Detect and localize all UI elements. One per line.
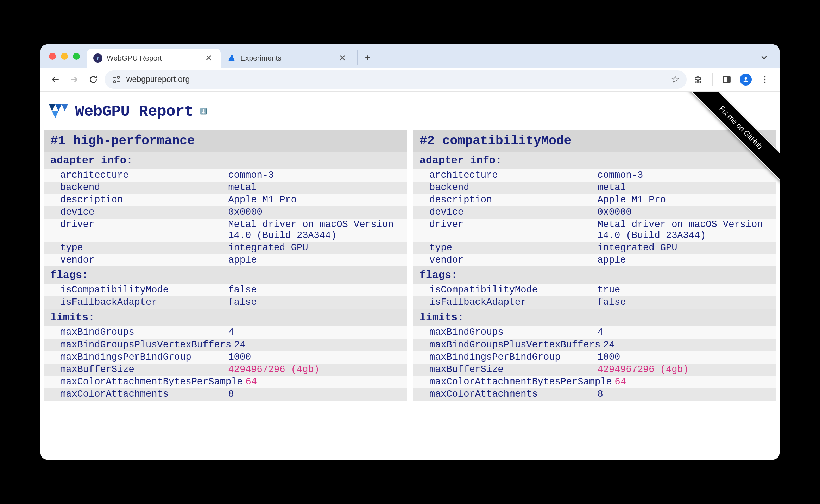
back-button[interactable] [48, 72, 63, 87]
property-key: vendor [44, 254, 226, 266]
property-key: maxColorAttachmentBytesPerSample [44, 376, 242, 388]
property-row: maxColorAttachmentBytesPerSample64 [413, 376, 776, 388]
profile-button[interactable] [738, 72, 753, 87]
property-key: maxBindGroups [44, 326, 226, 339]
tab-close-button[interactable]: ✕ [203, 53, 214, 63]
tab-webgpu-report[interactable]: i WebGPU Report ✕ [87, 49, 221, 68]
adapter-panel: #2 compatibilityModeadapter info:archite… [413, 130, 776, 401]
property-row: descriptionApple M1 Pro [44, 194, 407, 206]
property-row: isFallbackAdapterfalse [413, 296, 776, 309]
property-value: common-3 [595, 169, 776, 182]
tab-experiments[interactable]: Experiments ✕ [221, 49, 354, 68]
property-value: 0x0000 [595, 206, 776, 219]
property-key: isFallbackAdapter [413, 296, 595, 309]
property-row: driverMetal driver on macOS Version 14.0… [44, 219, 407, 242]
property-key: backend [44, 182, 226, 194]
adapter-panel: #1 high-performanceadapter info:architec… [44, 130, 407, 401]
property-value: metal [595, 182, 776, 194]
page-header: WebGPU Report ⬇️ [40, 92, 780, 130]
property-row: backendmetal [413, 182, 776, 194]
property-value: 4294967296 (4gb) [226, 364, 407, 376]
property-row: maxBindGroups4 [413, 326, 776, 339]
svg-point-3 [113, 80, 116, 83]
favicon-icon [227, 53, 236, 63]
property-key: maxBindGroups [413, 326, 595, 339]
section-header: limits: [44, 309, 407, 326]
property-row: isFallbackAdapterfalse [44, 296, 407, 309]
property-value: 4294967296 (4gb) [595, 364, 776, 376]
property-value: common-3 [226, 169, 407, 182]
svg-point-7 [764, 76, 766, 77]
property-value: 0x0000 [226, 206, 407, 219]
reload-button[interactable] [86, 72, 101, 87]
side-panel-button[interactable] [719, 72, 734, 87]
browser-toolbar: webgpureport.org ☆ [40, 68, 780, 92]
section-header: flags: [44, 266, 407, 284]
site-settings-icon[interactable] [112, 75, 121, 84]
property-row: device0x0000 [44, 206, 407, 219]
property-value: 4 [226, 326, 407, 339]
property-row: vendorapple [44, 254, 407, 266]
bookmark-star-icon[interactable]: ☆ [671, 74, 680, 85]
property-value: 24 [600, 339, 776, 351]
page-content: Fix me on GitHub WebGPU Report ⬇️ #1 hig… [40, 92, 780, 460]
property-key: maxColorAttachmentBytesPerSample [413, 376, 612, 388]
property-row: device0x0000 [413, 206, 776, 219]
property-key: vendor [413, 254, 595, 266]
window-maximize-button[interactable] [73, 53, 80, 60]
section-header: limits: [413, 309, 776, 326]
window-controls [49, 53, 87, 68]
tab-overflow-button[interactable] [757, 51, 771, 65]
svg-rect-2 [117, 81, 120, 82]
property-key: backend [413, 182, 595, 194]
property-key: isCompatibilityMode [44, 284, 226, 296]
property-row: maxBufferSize4294967296 (4gb) [44, 364, 407, 376]
svg-point-6 [745, 77, 747, 80]
tab-strip: i WebGPU Report ✕ Experiments ✕ + [40, 44, 780, 68]
property-row: maxColorAttachments8 [44, 388, 407, 401]
property-value: 64 [242, 376, 407, 388]
property-value: integrated GPU [226, 242, 407, 254]
extensions-button[interactable] [690, 72, 706, 87]
tab-label: Experiments [240, 54, 282, 62]
property-row: isCompatibilityModefalse [44, 284, 407, 296]
property-key: isCompatibilityMode [413, 284, 595, 296]
property-value: false [226, 296, 407, 309]
property-key: maxBindGroupsPlusVertexBuffers [44, 339, 231, 351]
property-row: descriptionApple M1 Pro [413, 194, 776, 206]
property-key: isFallbackAdapter [44, 296, 226, 309]
property-key: driver [413, 219, 595, 242]
window-minimize-button[interactable] [61, 53, 68, 60]
property-row: backendmetal [44, 182, 407, 194]
tab-label: WebGPU Report [107, 54, 162, 62]
property-value: true [595, 284, 776, 296]
property-key: architecture [44, 169, 226, 182]
url-text: webgpureport.org [126, 75, 190, 84]
menu-button[interactable] [757, 72, 772, 87]
property-value: Metal driver on macOS Version 14.0 (Buil… [595, 219, 776, 242]
property-key: maxBindingsPerBindGroup [44, 351, 226, 364]
property-key: type [413, 242, 595, 254]
property-value: apple [226, 254, 407, 266]
property-value: 8 [595, 388, 776, 401]
property-row: maxColorAttachmentBytesPerSample64 [44, 376, 407, 388]
tab-close-button[interactable]: ✕ [337, 53, 348, 63]
window-close-button[interactable] [49, 53, 56, 60]
property-row: typeintegrated GPU [44, 242, 407, 254]
section-header: flags: [413, 266, 776, 284]
address-bar[interactable]: webgpureport.org ☆ [105, 70, 687, 89]
property-key: architecture [413, 169, 595, 182]
property-row: typeintegrated GPU [413, 242, 776, 254]
property-row: maxBufferSize4294967296 (4gb) [413, 364, 776, 376]
property-value: 64 [612, 376, 776, 388]
new-tab-button[interactable]: + [357, 50, 373, 65]
property-value: metal [226, 182, 407, 194]
property-row: maxBindGroupsPlusVertexBuffers24 [413, 339, 776, 351]
property-row: architecturecommon-3 [413, 169, 776, 182]
property-row: vendorapple [413, 254, 776, 266]
property-row: maxColorAttachments8 [413, 388, 776, 401]
webgpu-logo-icon [49, 104, 69, 119]
property-value: false [595, 296, 776, 309]
property-key: description [44, 194, 226, 206]
forward-button[interactable] [67, 72, 82, 87]
